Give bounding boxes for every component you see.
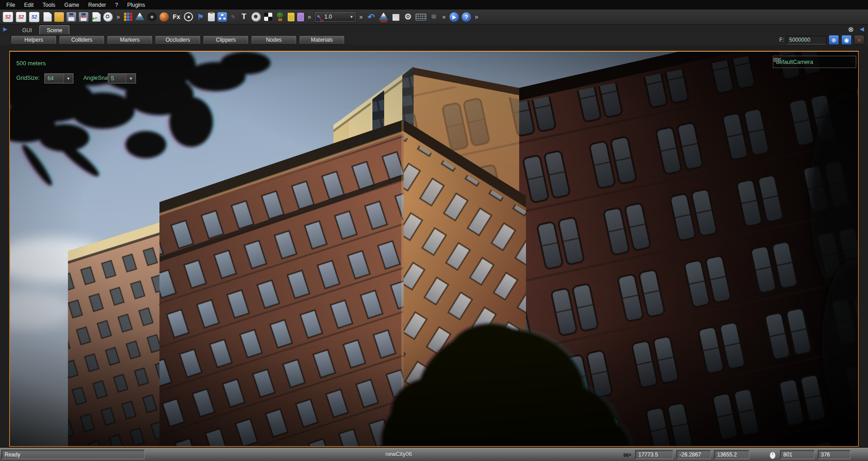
planet-icon[interactable] (159, 12, 169, 22)
close-view-button[interactable]: × (854, 35, 864, 45)
angle-snap-value: 5 (108, 74, 126, 83)
tire-icon[interactable] (147, 12, 157, 22)
checker-icon[interactable] (264, 12, 273, 21)
flag-icon[interactable]: ⚑ (196, 12, 205, 22)
playback-speed-select[interactable]: ↖1x1.0▼ (315, 12, 356, 22)
overflow-chevron[interactable]: » (441, 12, 447, 22)
hierarchy-icon[interactable] (217, 12, 227, 22)
camera-coord-z: 13655.2 (714, 450, 749, 459)
editor-window: { "menu_bar": { "items": ["File", "Edit"… (0, 0, 868, 461)
clippers-button[interactable]: Clippers (203, 35, 249, 44)
s2-new-scene-icon[interactable]: S2 (3, 12, 13, 22)
gear-icon[interactable]: ⚙ (403, 12, 413, 22)
angle-snap-select[interactable]: 5 ▼ (108, 73, 136, 83)
status-message: Ready (1, 450, 145, 459)
collapse-left-arrow[interactable]: ▶ (3, 26, 7, 32)
snowflake-icon[interactable]: ❄ (429, 12, 439, 22)
terrain-new-icon[interactable]: NEW (379, 12, 388, 22)
bonsai-icon[interactable] (275, 12, 285, 22)
camera-icon (773, 56, 781, 63)
camera-icon (622, 451, 632, 459)
tab-gui[interactable]: GUI (15, 26, 39, 34)
import-file-icon[interactable]: ↩ (91, 12, 101, 22)
viewport-render (10, 52, 858, 446)
clipboard-icon[interactable] (208, 13, 215, 21)
nodes-button[interactable]: Nodes (251, 35, 297, 44)
new-file-icon[interactable] (42, 12, 52, 22)
speed-value: 1.0 (323, 14, 348, 20)
terrain-icon[interactable] (135, 12, 145, 22)
main-toolbar: S2S2S2As↩»Fx⚑✎T»↖1x1.0▼»↶NEW▦⚙❄»▶?» (0, 10, 868, 24)
checklist-icon[interactable]: ✎ (230, 13, 236, 21)
wheel-icon[interactable] (184, 12, 193, 21)
camera-coord-x: 17773.5 (635, 450, 673, 459)
status-bar: Ready newCity06 17773.5-26.286713655.2 8… (0, 448, 868, 461)
save-as-icon[interactable]: As (79, 12, 88, 22)
tabs: GUIScene (15, 25, 69, 34)
camera-coord-y: -26.2867 (676, 450, 711, 459)
filter-bar: HelpersCollidersMarkersOccludersClippers… (0, 34, 868, 45)
helpers-button[interactable]: Helpers (11, 35, 57, 44)
mouse-icon (769, 451, 776, 459)
note-yellow-icon[interactable] (288, 13, 294, 21)
materials-button[interactable]: Materials (299, 35, 345, 44)
menu-file[interactable]: File (2, 1, 19, 9)
play-icon[interactable]: ▶ (449, 12, 459, 22)
grid-size-value: 64 (45, 74, 63, 83)
grid-icon[interactable]: ▦ (391, 12, 400, 22)
scale-label: 500 meters (16, 60, 46, 67)
tab-bar: ▶ GUIScene ⊗ ◀ (0, 24, 868, 34)
menu-edit[interactable]: Edit (19, 1, 38, 9)
mouse-coord-y: 376 (818, 450, 850, 459)
snapshot-button[interactable]: ◉ (841, 35, 852, 45)
chevron-down-icon: ▼ (63, 74, 73, 83)
focus-camera-button[interactable]: ⊕ (829, 35, 839, 45)
markers-button[interactable]: Markers (107, 35, 153, 44)
menu-bar: FileEditToolsGameRender?Plugins (0, 0, 868, 10)
overflow-chevron[interactable]: » (358, 12, 364, 22)
camera-selector[interactable]: defaultCamera (773, 56, 856, 68)
open-folder-icon[interactable] (54, 12, 64, 22)
save-icon[interactable] (67, 12, 76, 22)
speed-cursor-icon: ↖1x (315, 14, 323, 20)
fx-icon[interactable]: Fx (172, 12, 181, 22)
menu-game[interactable]: Game (60, 1, 84, 9)
viewport-3d[interactable]: 500 meters GridSize: 64 ▼ AngleSnap: 5 ▼… (9, 51, 859, 447)
f-value-input[interactable] (786, 36, 826, 44)
s2-open-scene-icon[interactable]: S2 (16, 12, 26, 22)
camera-name: defaultCamera (776, 59, 853, 65)
f-label: F: (779, 37, 784, 43)
speaker-icon[interactable] (251, 12, 261, 22)
overflow-chevron[interactable]: » (116, 12, 121, 22)
overflow-chevron[interactable]: » (307, 12, 312, 22)
s2-save-scene-icon[interactable]: S2 (29, 12, 39, 22)
far-clip-group: F: ⊕ ◉ × (779, 35, 864, 45)
camera-coords: 17773.5-26.286713655.2 (635, 450, 749, 459)
grid-size-label: GridSize: (16, 75, 39, 81)
note-purple-icon[interactable] (297, 13, 304, 21)
disc-icon[interactable] (103, 12, 113, 22)
collapse-right-arrow[interactable]: ◀ (860, 26, 864, 32)
occluders-button[interactable]: Occluders (155, 35, 201, 44)
tab-scene[interactable]: Scene (39, 25, 69, 34)
rubik-cube-icon[interactable] (124, 13, 132, 21)
menu-help[interactable]: ? (111, 1, 123, 9)
grid-size-select[interactable]: 64 ▼ (44, 73, 73, 83)
scene-name: newCity06 (344, 451, 453, 457)
undo-icon[interactable]: ↶ (366, 12, 376, 22)
filter-buttons: HelpersCollidersMarkersOccludersClippers… (11, 35, 345, 44)
chevron-down-icon: ▼ (348, 15, 355, 19)
mouse-coord-x: 801 (780, 450, 815, 459)
text-icon[interactable]: T (239, 12, 249, 22)
menu-tools[interactable]: Tools (38, 1, 60, 9)
menu-plugins[interactable]: Plugins (123, 1, 149, 9)
colliders-button[interactable]: Colliders (59, 35, 105, 44)
keyboard-icon[interactable] (415, 14, 426, 20)
help-icon[interactable]: ? (462, 12, 471, 22)
menu-render[interactable]: Render (84, 1, 111, 9)
close-all-icon[interactable]: ⊗ (848, 25, 854, 34)
mouse-coords: 801376 (780, 450, 850, 459)
overflow-chevron[interactable]: » (474, 12, 479, 22)
chevron-down-icon: ▼ (126, 74, 135, 83)
